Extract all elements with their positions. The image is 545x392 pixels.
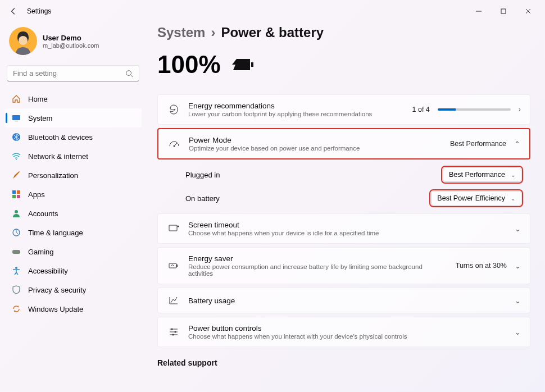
chevron-down-icon: ⌄ bbox=[515, 297, 521, 305]
chevron-down-icon: ⌄ bbox=[511, 195, 515, 202]
svg-rect-11 bbox=[17, 190, 20, 194]
nav-privacy[interactable]: Privacy & security bbox=[4, 280, 142, 299]
nav-apps[interactable]: Apps bbox=[4, 185, 142, 204]
dropdown-value: Best Power Efficiency bbox=[437, 194, 505, 202]
nav-label: Accounts bbox=[28, 209, 58, 218]
speedometer-icon bbox=[167, 138, 181, 149]
nav-gaming[interactable]: Gaming bbox=[4, 242, 142, 261]
card-screen-timeout[interactable]: Screen timeout Choose what happens when … bbox=[157, 213, 530, 244]
leaf-icon bbox=[167, 104, 180, 115]
nav-network[interactable]: Network & internet bbox=[4, 147, 142, 166]
nav-time[interactable]: Time & language bbox=[4, 223, 142, 242]
plugged-in-label: Plugged in bbox=[185, 171, 220, 179]
breadcrumb-parent[interactable]: System bbox=[157, 25, 205, 40]
card-power-button[interactable]: Power button controls Choose what happen… bbox=[157, 317, 530, 347]
chevron-down-icon: ⌄ bbox=[515, 262, 521, 270]
card-battery-usage[interactable]: Battery usage ⌄ bbox=[157, 288, 530, 313]
breadcrumb-sep: › bbox=[211, 25, 215, 40]
nav-personalization[interactable]: Personalization bbox=[4, 166, 142, 185]
search-box[interactable] bbox=[7, 65, 139, 81]
card-title: Power Mode bbox=[189, 136, 442, 144]
svg-rect-21 bbox=[169, 225, 177, 231]
system-icon bbox=[11, 113, 21, 123]
update-icon bbox=[11, 304, 21, 314]
user-email: m_lab@outlook.com bbox=[43, 42, 99, 49]
nav-accounts[interactable]: Accounts bbox=[4, 204, 142, 223]
minimize-button[interactable] bbox=[466, 2, 491, 20]
svg-rect-23 bbox=[169, 263, 176, 268]
svg-point-29 bbox=[175, 331, 176, 333]
nav-label: Apps bbox=[28, 190, 45, 199]
on-battery-dropdown[interactable]: Best Power Efficiency ⌄ bbox=[431, 191, 521, 206]
svg-line-5 bbox=[131, 75, 133, 77]
nav-label: Network & internet bbox=[28, 152, 88, 161]
card-title: Energy recommendations bbox=[188, 102, 405, 110]
minimize-icon bbox=[476, 8, 482, 14]
card-title: Battery usage bbox=[188, 297, 507, 305]
svg-point-4 bbox=[126, 70, 131, 75]
search-icon bbox=[125, 70, 133, 78]
svg-point-14 bbox=[15, 210, 18, 213]
nav-label: Time & language bbox=[28, 229, 83, 237]
nav-label: Gaming bbox=[28, 248, 54, 256]
card-energy-recommendations[interactable]: Energy recommendations Lower your carbon… bbox=[157, 94, 530, 125]
person-icon bbox=[11, 208, 21, 218]
gamepad-icon bbox=[11, 247, 21, 257]
chart-icon bbox=[167, 295, 180, 306]
saver-value: Turns on at 30% bbox=[456, 262, 507, 270]
battery-hero: 100% bbox=[157, 51, 530, 79]
svg-rect-24 bbox=[176, 265, 178, 267]
card-title: Energy saver bbox=[188, 254, 448, 263]
svg-point-17 bbox=[15, 267, 17, 269]
arrow-left-icon bbox=[10, 7, 17, 15]
nav-label: Windows Update bbox=[28, 305, 83, 313]
chevron-right-icon: › bbox=[519, 106, 521, 113]
nav-label: Accessibility bbox=[28, 267, 68, 275]
on-battery-label: On battery bbox=[185, 194, 220, 203]
battery-leaf-icon bbox=[167, 260, 180, 271]
nav-label: Bluetooth & devices bbox=[28, 133, 93, 142]
user-name: User Demo bbox=[43, 34, 99, 42]
battery-full-icon bbox=[231, 57, 257, 72]
svg-rect-6 bbox=[12, 115, 20, 120]
maximize-icon bbox=[501, 8, 506, 14]
wifi-icon bbox=[11, 151, 21, 161]
svg-point-3 bbox=[19, 36, 28, 45]
nav-accessibility[interactable]: Accessibility bbox=[4, 261, 142, 280]
sliders-icon bbox=[167, 326, 180, 338]
dropdown-value: Best Performance bbox=[449, 171, 505, 179]
chevron-up-icon: ⌃ bbox=[514, 140, 520, 148]
svg-point-22 bbox=[178, 226, 179, 227]
plugged-in-dropdown[interactable]: Best Performance ⌄ bbox=[443, 167, 521, 182]
back-button[interactable] bbox=[4, 2, 22, 20]
energy-progress bbox=[438, 108, 511, 111]
shield-icon bbox=[11, 285, 21, 295]
nav-home[interactable]: Home bbox=[4, 89, 142, 108]
svg-rect-1 bbox=[501, 9, 506, 13]
nav-label: Home bbox=[28, 95, 48, 103]
energy-count: 1 of 4 bbox=[412, 106, 430, 113]
search-input[interactable] bbox=[13, 69, 125, 78]
card-desc: Lower your carbon footprint by applying … bbox=[188, 111, 405, 117]
close-icon bbox=[525, 8, 531, 14]
nav-label: Personalization bbox=[28, 171, 78, 180]
svg-point-9 bbox=[16, 159, 17, 160]
user-block[interactable]: User Demo m_lab@outlook.com bbox=[4, 22, 142, 65]
home-icon bbox=[11, 94, 21, 104]
nav-bluetooth[interactable]: Bluetooth & devices bbox=[4, 127, 142, 147]
card-title: Screen timeout bbox=[188, 221, 507, 229]
chevron-down-icon: ⌄ bbox=[511, 172, 515, 178]
nav-label: Privacy & security bbox=[28, 286, 86, 294]
maximize-button[interactable] bbox=[491, 2, 516, 20]
card-desc: Reduce power consumption and increase ba… bbox=[188, 263, 448, 277]
card-energy-saver[interactable]: Energy saver Reduce power consumption an… bbox=[157, 247, 530, 284]
card-power-mode[interactable]: Power Mode Optimize your device based on… bbox=[157, 128, 530, 159]
nav-windowsupdate[interactable]: Windows Update bbox=[4, 299, 142, 318]
card-desc: Choose what happens when your device is … bbox=[188, 230, 507, 236]
breadcrumb-current: Power & battery bbox=[221, 25, 324, 40]
chevron-down-icon: ⌄ bbox=[515, 328, 521, 336]
svg-rect-13 bbox=[17, 195, 20, 198]
close-button[interactable] bbox=[516, 2, 541, 20]
accessibility-icon bbox=[11, 266, 21, 276]
nav-system[interactable]: System bbox=[4, 108, 142, 127]
